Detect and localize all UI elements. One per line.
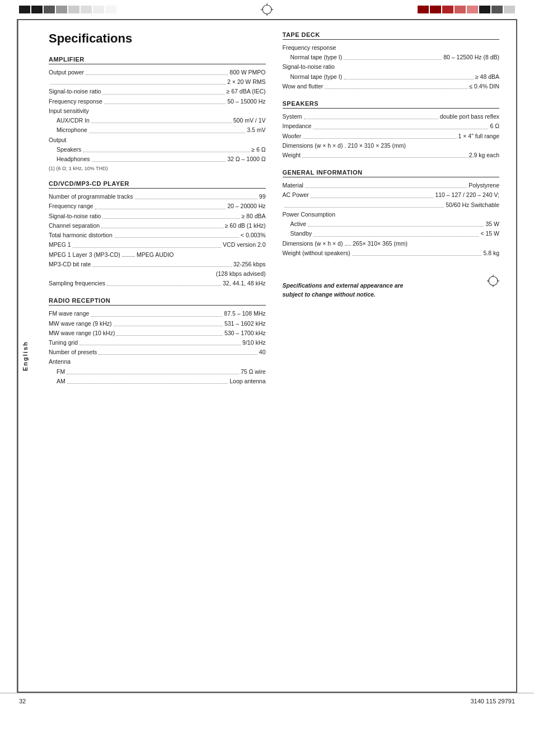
cd-player-header: CD/VCD/MP3-CD PLAYER xyxy=(49,180,266,189)
spec-fm-range: FM wave range 87.5 – 108 MHz xyxy=(49,309,266,318)
spec-tape-snr: Signal-to-noise ratio xyxy=(283,62,500,72)
speakers-header: SPEAKERS xyxy=(283,100,500,109)
svg-point-0 xyxy=(263,5,271,14)
spec-rms: 2 × 20 W RMS xyxy=(49,77,266,87)
spec-cd-freq-range: Frequency range 20 – 20000 Hz xyxy=(49,201,266,211)
bar-3 xyxy=(44,6,55,13)
spec-mw-10khz: MW wave range (10 kHz) 530 – 1700 kHz xyxy=(49,328,266,338)
spec-microphone: Microphone 3.5 mV xyxy=(49,125,266,135)
spec-spk-dimensions: Dimensions (w × h × d) . 210 × 310 × 235… xyxy=(283,141,500,151)
spec-sampling-freq: Sampling frequencies 32, 44.1, 48 kHz xyxy=(49,279,266,288)
spec-mpeg1: MPEG 1 VCD version 2.0 xyxy=(49,240,266,250)
top-decorative xyxy=(0,0,534,19)
amplifier-footnote: (1) (6 Ω; 1 kHz, 10% THD) xyxy=(49,166,266,171)
rbar-1 xyxy=(418,6,429,13)
svg-point-5 xyxy=(489,276,498,285)
rbar-5 xyxy=(467,6,478,13)
rbar-7 xyxy=(491,6,503,13)
bar-6 xyxy=(81,6,92,13)
general-specs: Material Polystyrene AC Power 110 – 127 … xyxy=(283,181,500,258)
amplifier-header: AMPLIFIER xyxy=(49,56,266,64)
spec-active: Active 35 W xyxy=(283,219,500,229)
rbar-4 xyxy=(455,6,466,13)
rbar-6 xyxy=(479,6,490,13)
spec-aux-cdr: AUX/CDR In 500 mV / 1V xyxy=(49,116,266,125)
right-column: TAPE DECK Frequency response Normal tape… xyxy=(283,31,500,680)
spec-snr: Signal-to-noise ratio ≥ 67 dBA (IEC) xyxy=(49,87,266,96)
rbar-2 xyxy=(430,6,441,13)
rbar-3 xyxy=(442,6,453,13)
page-footer: 32 3140 115 29791 xyxy=(0,693,534,709)
spec-spk-weight: Weight 2.9 kg each xyxy=(283,151,500,160)
spec-presets: Number of presets 40 xyxy=(49,348,266,357)
page-number: 32 xyxy=(19,698,26,705)
bar-5 xyxy=(68,6,79,13)
spec-fm-antenna: FM 75 Ω wire xyxy=(49,367,266,377)
spec-antenna: Antenna xyxy=(49,357,266,367)
spec-impedance: Impedance 6 Ω xyxy=(283,121,500,131)
general-header: GENERAL INFORMATION xyxy=(283,169,500,177)
bar-1 xyxy=(19,6,30,13)
left-column: Specifications AMPLIFIER Output power 80… xyxy=(49,31,266,680)
speakers-specs: System double port bass reflex Impedance… xyxy=(283,112,500,160)
cd-player-specs: Number of programmable tracks 99 Frequen… xyxy=(49,192,266,288)
amplifier-specs: Output power 800 W PMPO 2 × 20 W RMS Sig… xyxy=(49,68,266,171)
page-title: Specifications xyxy=(49,31,266,46)
sidebar-language-label: English xyxy=(18,20,32,692)
spec-standby: Standby < 15 W xyxy=(283,229,500,238)
spec-freq-resp: Frequency response 50 – 15000 Hz xyxy=(49,97,266,106)
spec-output: Output xyxy=(49,135,266,145)
spec-system: System double port bass reflex xyxy=(283,112,500,121)
spec-speakers: Speakers ≥ 6 Ω xyxy=(49,145,266,154)
spec-prog-tracks: Number of programmable tracks 99 xyxy=(49,192,266,201)
content-area: English Specifications AMPLIFIER Output … xyxy=(17,20,517,692)
bottom-note: Specifications and external appearance a… xyxy=(283,281,404,299)
spec-input-sensitivity: Input sensitivity xyxy=(49,106,266,116)
radio-header: RADIO RECEPTION xyxy=(49,297,266,306)
spec-ac-power: AC Power 110 – 127 / 220 – 240 V; xyxy=(283,190,500,200)
spec-material: Material Polystyrene xyxy=(283,181,500,190)
crosshair-icon-left xyxy=(261,3,273,16)
right-bar-group xyxy=(418,6,515,13)
spec-switchable: 50/60 Hz Switchable xyxy=(283,200,500,210)
spec-power-consumption: Power Consumption xyxy=(283,210,500,219)
spec-mpeg1-layer3: MPEG 1 Layer 3 (MP3-CD) ........ MPEG AU… xyxy=(49,250,266,260)
spec-cd-snr: Signal-to-noise ratio ≥ 80 dBA xyxy=(49,212,266,221)
spec-gen-dimensions: Dimensions (w × h × d) .... 265× 310× 36… xyxy=(283,239,500,248)
spec-gen-weight: Weight (without speakers) 5.8 kg xyxy=(283,248,500,258)
spec-am-antenna: AM Loop antenna xyxy=(49,377,266,386)
spec-mw-9khz: MW wave range (9 kHz) 531 – 1602 kHz xyxy=(49,319,266,328)
catalog-number: 3140 115 29791 xyxy=(470,698,515,705)
bar-4 xyxy=(56,6,67,13)
spec-channel-sep: Channel separation ≥ 60 dB (1 kHz) xyxy=(49,221,266,231)
tape-deck-specs: Frequency response Normal tape (type I) … xyxy=(283,43,500,91)
spec-mp3-bitrate: MP3-CD bit rate 32-256 kbps xyxy=(49,260,266,269)
crosshair-icon-right xyxy=(487,275,499,287)
spec-tuning-grid: Tuning grid 9/10 kHz xyxy=(49,338,266,348)
bar-8 xyxy=(105,6,116,13)
spec-normal-tape-freq: Normal tape (type I) 80 – 12500 Hz (8 dB… xyxy=(283,53,500,62)
spec-headphones: Headphones 32 Ω – 1000 Ω xyxy=(49,154,266,164)
rbar-8 xyxy=(504,6,515,13)
spec-output-power: Output power 800 W PMPO xyxy=(49,68,266,77)
left-bar-group xyxy=(19,6,116,13)
bar-2 xyxy=(31,6,43,13)
tape-deck-header: TAPE DECK xyxy=(283,31,500,40)
spec-normal-tape-snr: Normal tape (type I) ≥ 48 dBA xyxy=(283,72,500,82)
spec-advised-bitrate: (128 kbps advised) xyxy=(49,269,266,279)
radio-specs: FM wave range 87.5 – 108 MHz MW wave ran… xyxy=(49,309,266,386)
spec-tape-freq-resp: Frequency response xyxy=(283,43,500,53)
bar-7 xyxy=(93,6,104,13)
spec-wow-flutter: Wow and flutter ≤ 0.4% DIN xyxy=(283,82,500,91)
spec-thd: Total harmonic distortion < 0.003% xyxy=(49,231,266,240)
main-content: Specifications AMPLIFIER Output power 80… xyxy=(32,20,516,692)
spec-woofer: Woofer 1 × 4" full range xyxy=(283,132,500,141)
